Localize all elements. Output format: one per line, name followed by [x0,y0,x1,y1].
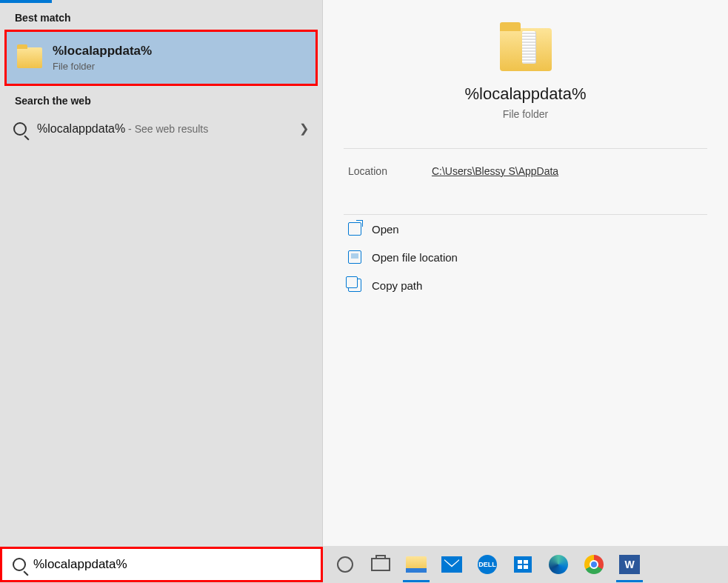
open-label: Open [372,223,399,236]
dell-button[interactable]: DELL [470,547,505,582]
word-button[interactable]: W [612,547,647,582]
location-row: Location C:\Users\Blessy S\AppData [323,149,728,193]
location-path-link[interactable]: C:\Users\Blessy S\AppData [432,165,558,177]
open-action[interactable]: Open [344,215,707,243]
chrome-button[interactable] [576,547,612,582]
detail-pane: %localappdata% File folder Location C:\U… [323,0,728,583]
file-explorer-button[interactable] [398,547,434,582]
chevron-right-icon: ❯ [299,121,309,136]
best-match-highlight: %localappdata% File folder [4,30,318,86]
search-box-highlight [0,547,323,582]
detail-title: %localappdata% [323,84,728,104]
dell-icon: DELL [478,555,497,574]
store-icon [514,556,532,573]
detail-subtitle: File folder [323,108,728,120]
chrome-icon [584,555,604,574]
mail-button[interactable] [434,547,470,582]
action-list: Open Open file location Copy path [323,215,728,299]
store-button[interactable] [505,547,541,582]
search-icon [13,122,27,136]
mail-icon [441,556,462,573]
cortana-button[interactable] [327,547,363,582]
copy-path-label: Copy path [372,279,422,292]
task-view-button[interactable] [363,547,398,582]
best-match-subtitle: File folder [53,61,152,72]
best-match-header: Best match [0,3,322,30]
folder-icon [17,47,42,68]
web-search-item[interactable]: %localappdata% - See web results ❯ [0,113,322,144]
file-location-icon [348,250,361,264]
copy-icon [348,279,361,292]
web-item-suffix: - See web results [125,123,208,135]
open-location-label: Open file location [372,251,458,264]
file-explorer-icon [406,556,427,573]
open-file-location-action[interactable]: Open file location [344,243,707,271]
edge-button[interactable] [541,547,576,582]
open-icon [348,222,361,236]
taskbar: DELL W [0,546,728,583]
best-match-item[interactable]: %localappdata% File folder [7,32,315,84]
web-header: Search the web [0,86,322,113]
folder-icon-large [500,28,552,71]
search-results-pane: Best match %localappdata% File folder Se… [0,0,323,583]
edge-icon [549,555,568,574]
location-label: Location [348,165,387,177]
copy-path-action[interactable]: Copy path [344,271,707,299]
best-match-title: %localappdata% [53,44,152,59]
task-view-icon [371,558,390,571]
web-item-title: %localappdata% [37,122,125,135]
search-icon [13,558,26,571]
search-input[interactable] [33,557,321,572]
cortana-icon [337,556,353,573]
word-icon: W [619,555,640,574]
